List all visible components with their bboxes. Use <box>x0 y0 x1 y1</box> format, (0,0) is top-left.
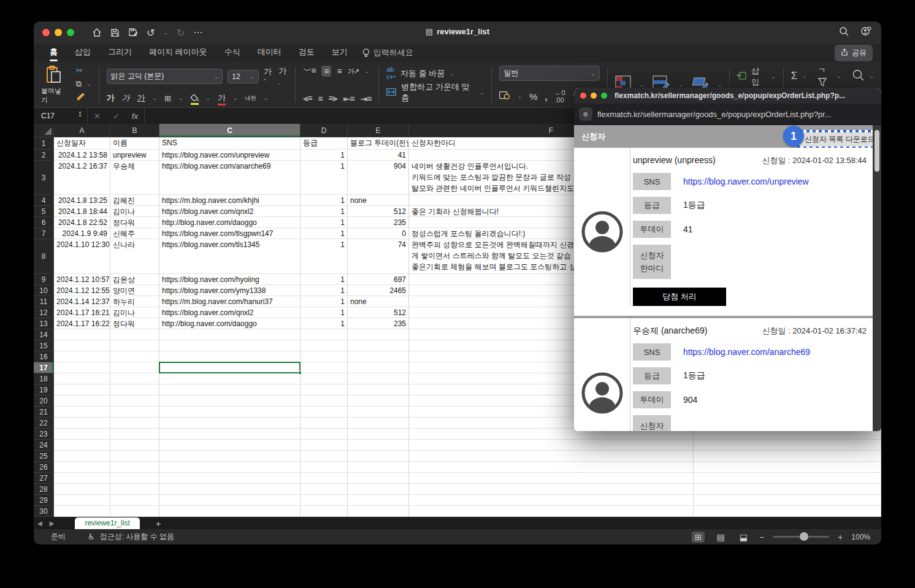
page-break-view-icon[interactable]: ⬓ <box>737 532 751 543</box>
cell-F26[interactable] <box>409 462 694 473</box>
cell-B12[interactable]: 김미나 <box>110 307 159 318</box>
cell-A28[interactable] <box>54 484 110 495</box>
popup-address-url[interactable]: flexmatch.kr/sellermanager/goods_e/popup… <box>597 110 832 119</box>
row-header-4[interactable]: 4 <box>34 195 54 206</box>
page-layout-view-icon[interactable]: ▤ <box>713 532 727 543</box>
download-applicant-list-button[interactable]: 신청자 목록 다운로드 <box>800 132 880 147</box>
cell-D23[interactable] <box>301 429 348 440</box>
row-header-22[interactable]: 22 <box>34 418 54 429</box>
cell-C8[interactable]: https://blog.naver.com/tls1345 <box>159 239 301 274</box>
cell-A27[interactable] <box>54 473 110 484</box>
row-header-21[interactable]: 21 <box>34 407 54 418</box>
fill-handle[interactable] <box>298 371 302 375</box>
row-header-12[interactable]: 12 <box>34 307 54 318</box>
cell-B25[interactable] <box>110 451 159 462</box>
selected-cell-C17[interactable] <box>159 362 301 373</box>
cell-C19[interactable] <box>159 384 301 395</box>
cell-B16[interactable] <box>110 351 159 362</box>
accessibility-status[interactable]: 접근성: 사용할 수 없음 <box>100 532 174 542</box>
cell-D8[interactable]: 1 <box>301 239 348 274</box>
cell-D25[interactable] <box>301 451 348 462</box>
cell-B20[interactable] <box>110 395 159 407</box>
phonetic-guide-icon[interactable]: 내천 <box>245 96 256 101</box>
cell-D26[interactable] <box>301 462 348 473</box>
cell-E15[interactable] <box>348 340 409 351</box>
next-sheet-icon[interactable]: ▶ <box>50 520 55 527</box>
cell-B2[interactable]: unpreview <box>110 150 159 161</box>
row-header-8[interactable]: 8 <box>34 239 54 274</box>
tellme-input[interactable]: 입력하세요 <box>373 47 413 58</box>
cell-D1[interactable]: 등급 <box>301 137 348 150</box>
cell-A24[interactable] <box>54 440 110 451</box>
cell-A6[interactable]: 2024.1.8 22:52 <box>54 217 110 228</box>
wrap-text-button[interactable]: 자동 줄 바꿈 <box>400 68 445 79</box>
ribbon-tab-6[interactable]: 검토 <box>291 44 322 61</box>
paste-button[interactable]: 붙여넣기 <box>41 86 67 105</box>
increase-decimal-icon[interactable]: ←0.00 <box>554 89 565 104</box>
cell-A26[interactable] <box>54 462 110 473</box>
cell-A13[interactable]: 2024.1.17 16:22 <box>54 318 110 329</box>
cell-C30[interactable] <box>159 506 301 517</box>
zoom-in-button[interactable]: + <box>838 532 843 542</box>
underline-button[interactable]: 가 <box>137 93 145 104</box>
cell-E5[interactable]: 512 <box>348 206 409 217</box>
accounting-format-icon[interactable] <box>499 91 510 102</box>
row-header-14[interactable]: 14 <box>34 329 54 340</box>
cell-B17[interactable] <box>110 362 159 373</box>
cell-B9[interactable]: 김윤상 <box>110 274 159 285</box>
cell-B5[interactable]: 김미나 <box>110 206 159 217</box>
cell-G29[interactable] <box>694 495 881 506</box>
row-header-29[interactable]: 29 <box>34 495 54 506</box>
cell-A15[interactable] <box>54 340 110 351</box>
cell-D15[interactable] <box>301 340 348 351</box>
cell-E27[interactable] <box>348 473 409 484</box>
cell-E8[interactable]: 74 <box>348 239 409 274</box>
cell-D29[interactable] <box>301 495 348 506</box>
row-header-6[interactable]: 6 <box>34 217 54 228</box>
cell-F24[interactable] <box>409 440 694 451</box>
cell-F27[interactable] <box>409 473 694 484</box>
find-icon[interactable] <box>852 69 864 83</box>
row-header-23[interactable]: 23 <box>34 429 54 440</box>
copy-icon[interactable]: ⧉ <box>76 79 82 89</box>
cell-D7[interactable]: 1 <box>301 228 348 239</box>
insert-function-icon[interactable]: fx <box>126 108 145 124</box>
cell-E28[interactable] <box>348 484 409 495</box>
cell-E9[interactable]: 697 <box>348 274 409 285</box>
cell-C4[interactable]: https://m.blog.naver.com/khjhi <box>159 195 301 206</box>
cell-B29[interactable] <box>110 495 159 506</box>
cell-E30[interactable] <box>348 506 409 517</box>
ribbon-tab-home[interactable]: 홈 <box>42 44 65 61</box>
cell-E24[interactable] <box>348 440 409 451</box>
cell-E29[interactable] <box>348 495 409 506</box>
align-bottom-icon[interactable]: ≡ <box>337 66 342 76</box>
row-header-19[interactable]: 19 <box>34 384 54 395</box>
cell-D18[interactable] <box>301 373 348 384</box>
row-header-9[interactable]: 9 <box>34 274 54 285</box>
ribbon-tab-3[interactable]: 페이지 레이아웃 <box>142 44 215 61</box>
cell-F29[interactable] <box>409 495 694 506</box>
cell-A12[interactable]: 2024.1.17 16:21 <box>54 307 110 318</box>
comma-style-button[interactable]: , <box>545 91 547 102</box>
cell-B15[interactable] <box>110 340 159 351</box>
row-header-17[interactable]: 17 <box>34 362 54 373</box>
cell-C14[interactable] <box>159 329 301 340</box>
cell-A2[interactable]: 2024.1.2 13:58 <box>54 150 110 161</box>
cell-C23[interactable] <box>159 429 301 440</box>
cell-B11[interactable]: 하누리 <box>110 296 159 307</box>
zoom-slider[interactable] <box>773 536 829 538</box>
cell-E3[interactable]: 904 <box>348 161 409 195</box>
column-header-A[interactable]: A <box>54 124 110 137</box>
cancel-entry-icon[interactable]: ✕ <box>88 112 107 121</box>
account-icon[interactable] <box>861 26 871 39</box>
select-all-corner[interactable] <box>34 124 54 137</box>
confirm-entry-icon[interactable]: ✓ <box>107 112 126 121</box>
cell-F25[interactable] <box>409 451 694 462</box>
cell-E2[interactable]: 41 <box>348 150 409 161</box>
cell-A4[interactable]: 2024.1.8 13:25 <box>54 195 110 206</box>
align-right-icon[interactable]: ≡⫸ <box>328 93 337 104</box>
applicant-sns-link[interactable]: https://blog.naver.com/anarche69 <box>683 347 810 357</box>
sort-filter-icon[interactable]: ᄀ <box>818 66 832 86</box>
cell-D11[interactable]: 1 <box>301 296 348 307</box>
cell-B24[interactable] <box>110 440 159 451</box>
